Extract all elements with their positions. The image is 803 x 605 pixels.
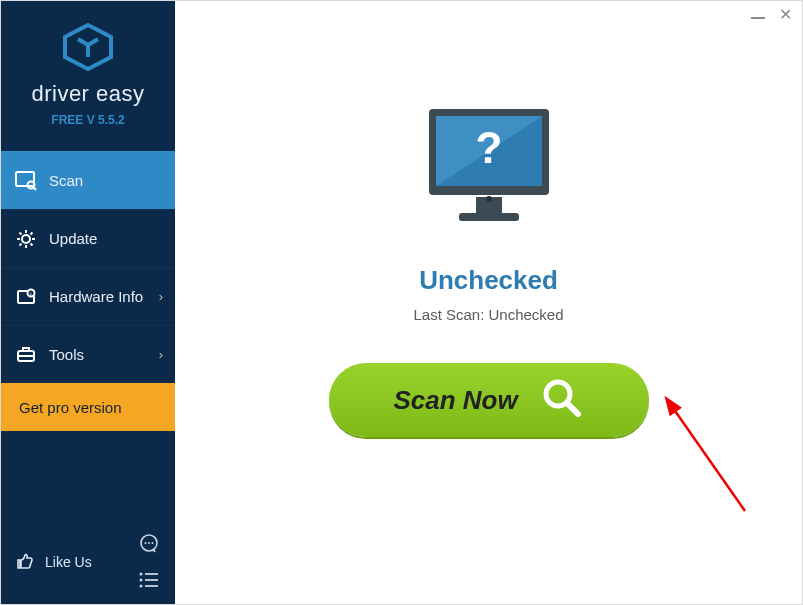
sidebar-item-update[interactable]: Update xyxy=(1,209,175,267)
tools-icon xyxy=(15,345,37,365)
nav-list: Scan Update xyxy=(1,151,175,431)
scan-now-label: Scan Now xyxy=(393,385,517,416)
svg-line-10 xyxy=(31,243,33,245)
scan-now-button[interactable]: Scan Now xyxy=(329,363,649,437)
feedback-icon[interactable] xyxy=(137,532,161,556)
svg-point-19 xyxy=(145,542,147,544)
svg-rect-1 xyxy=(16,172,34,186)
get-pro-label: Get pro version xyxy=(19,399,122,416)
svg-line-11 xyxy=(31,232,33,234)
brand-name: driver easy xyxy=(1,81,175,107)
gear-icon xyxy=(15,229,37,249)
svg-rect-33 xyxy=(459,213,519,221)
status-subtitle: Last Scan: Unchecked xyxy=(413,306,563,323)
svg-line-9 xyxy=(20,232,22,234)
chevron-right-icon: › xyxy=(159,347,163,362)
monitor-unknown-icon: ? xyxy=(414,101,564,245)
brand-block: driver easy FREE V 5.5.2 xyxy=(1,1,175,137)
like-us-label[interactable]: Like Us xyxy=(45,554,92,570)
close-button[interactable]: ✕ xyxy=(779,7,792,23)
sidebar-item-tools[interactable]: Tools › xyxy=(1,325,175,383)
annotation-arrow xyxy=(645,396,765,526)
svg-line-3 xyxy=(34,187,37,190)
svg-line-36 xyxy=(567,403,578,414)
svg-line-37 xyxy=(673,408,745,511)
svg-point-21 xyxy=(152,542,154,544)
search-icon xyxy=(540,376,584,424)
brand-name-b: easy xyxy=(96,81,144,106)
main-panel: ? Unchecked Last Scan: Unchecked Scan No… xyxy=(175,1,802,604)
svg-text:?: ? xyxy=(475,123,502,172)
brand-name-a: driver xyxy=(31,81,89,106)
scan-icon xyxy=(15,171,37,191)
brand-logo-icon xyxy=(1,23,175,75)
sidebar-item-label: Hardware Info xyxy=(49,288,143,305)
svg-point-26 xyxy=(140,585,143,588)
svg-point-22 xyxy=(140,573,143,576)
sidebar-item-label: Scan xyxy=(49,172,83,189)
chevron-right-icon: › xyxy=(159,289,163,304)
sidebar: driver easy FREE V 5.5.2 Scan xyxy=(1,1,175,604)
svg-point-24 xyxy=(140,579,143,582)
menu-icon[interactable] xyxy=(137,568,161,592)
get-pro-button[interactable]: Get pro version xyxy=(1,383,175,431)
minimize-button[interactable] xyxy=(751,17,765,19)
thumbs-up-icon[interactable] xyxy=(15,551,35,574)
svg-point-20 xyxy=(148,542,150,544)
sidebar-item-label: Tools xyxy=(49,346,84,363)
svg-text:i: i xyxy=(30,291,31,297)
svg-point-34 xyxy=(486,196,492,202)
sidebar-item-scan[interactable]: Scan xyxy=(1,151,175,209)
sidebar-item-label: Update xyxy=(49,230,97,247)
brand-version: FREE V 5.5.2 xyxy=(1,113,175,127)
sidebar-item-hardware-info[interactable]: i Hardware Info › xyxy=(1,267,175,325)
hardware-icon: i xyxy=(15,287,37,307)
status-title: Unchecked xyxy=(419,265,558,296)
svg-line-12 xyxy=(20,243,22,245)
svg-point-4 xyxy=(22,235,30,243)
